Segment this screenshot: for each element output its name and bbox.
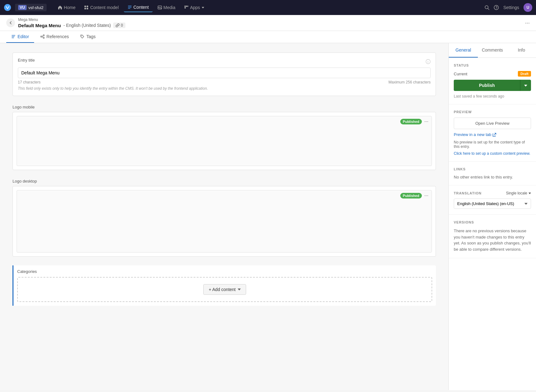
svg-rect-3 — [84, 8, 86, 9]
logo-mobile-field: Published ··· — [13, 112, 436, 170]
translation-section-title: TRANSLATION — [454, 191, 482, 195]
logo-mobile-more-button[interactable]: ··· — [424, 119, 428, 124]
logo-desktop-asset[interactable]: Published ··· — [17, 190, 432, 253]
publish-button-group: Publish — [454, 80, 531, 91]
main-nav-links: Home Content model Content Media Apps — [54, 3, 482, 12]
tab-editor[interactable]: Editor — [6, 31, 34, 43]
breadcrumb-area: Mega Menu Default Mega Menu - English (U… — [6, 18, 125, 28]
nav-home[interactable]: Home — [54, 3, 79, 12]
publish-button[interactable]: Publish — [454, 80, 520, 91]
search-icon[interactable] — [484, 5, 489, 10]
categories-section: Categories + Add content — [13, 265, 436, 306]
logo-mobile-label: Logo mobile — [13, 105, 436, 109]
links-section: LINKS No other entries link to this entr… — [449, 162, 536, 185]
editor-tab-icon — [11, 34, 16, 39]
nav-apps[interactable]: Apps — [180, 3, 208, 12]
entry-title-input[interactable] — [18, 68, 431, 78]
svg-point-14 — [41, 36, 42, 37]
max-chars: Maximum 256 characters — [388, 80, 431, 84]
tab-references[interactable]: References — [35, 31, 74, 43]
entry-more-button[interactable]: ··· — [525, 20, 530, 26]
right-sidebar: General Comments Info STATUS Current Dra… — [448, 43, 536, 390]
locale-select[interactable]: English (United States) (en-US) — [454, 199, 531, 209]
entry-title-heading: Default Mega Menu - English (United Stat… — [18, 23, 111, 28]
svg-rect-1 — [84, 6, 86, 7]
sidebar-tab-comments[interactable]: Comments — [478, 43, 507, 58]
nav-content-model[interactable]: Content model — [80, 3, 122, 12]
status-section-title: STATUS — [454, 63, 531, 67]
entry-title-section: Entry title i 17 characters Maximum 256 … — [13, 53, 436, 96]
logo-desktop-section: Logo desktop Published ··· — [13, 179, 436, 257]
svg-rect-4 — [87, 8, 88, 9]
preview-section-title: PREVIEW — [454, 110, 531, 114]
svg-line-18 — [42, 37, 43, 38]
svg-rect-8 — [188, 6, 188, 7]
link-count-badge: 0 — [113, 23, 125, 28]
entry-header-bar: Mega Menu Default Mega Menu - English (U… — [0, 15, 536, 31]
user-avatar[interactable]: U — [523, 3, 532, 12]
top-navigation: VU vsf-sfui2 Home Content model Content … — [0, 0, 536, 15]
svg-text:i: i — [428, 60, 428, 63]
nav-content[interactable]: Content — [124, 3, 153, 12]
links-section-title: LINKS — [454, 167, 531, 171]
preview-section: PREVIEW Open Live Preview Preview in a n… — [449, 104, 536, 162]
svg-rect-9 — [185, 7, 186, 8]
translation-header-row: TRANSLATION Single locale — [454, 191, 531, 195]
home-icon — [58, 5, 62, 10]
versions-section-title: VERSIONS — [454, 220, 531, 224]
logo-mobile-published-badge: Published — [400, 119, 422, 124]
nav-media[interactable]: Media — [154, 3, 179, 12]
status-badge: Draft — [518, 71, 531, 77]
single-locale-chevron-icon — [528, 193, 531, 194]
editor-tabs-bar: Editor References Tags — [0, 31, 536, 43]
no-links-text: No other entries link to this entry. — [454, 175, 531, 179]
versions-section: VERSIONS There are no previous versions … — [449, 215, 536, 258]
workspace-name: vsf-sfui2 — [28, 5, 43, 10]
add-content-button[interactable]: + Add content — [203, 284, 246, 295]
entry-title-info-icon: i — [426, 59, 431, 64]
status-row: Current Draft — [454, 71, 531, 77]
back-arrow-icon — [9, 21, 12, 24]
settings-link[interactable]: Settings — [503, 5, 519, 10]
svg-rect-6 — [185, 6, 186, 7]
add-content-area: + Add content — [17, 277, 432, 302]
sidebar-tab-info[interactable]: Info — [507, 43, 536, 58]
svg-point-0 — [4, 4, 11, 11]
sidebar-tab-general[interactable]: General — [449, 43, 478, 58]
back-button[interactable] — [6, 18, 15, 27]
svg-line-17 — [42, 36, 43, 37]
main-layout: Entry title i 17 characters Maximum 256 … — [0, 43, 536, 390]
breadcrumb: Mega Menu Default Mega Menu - English (U… — [18, 18, 125, 28]
custom-preview-link[interactable]: Click here to set up a custom content pr… — [454, 151, 531, 156]
help-icon[interactable]: ? — [494, 5, 499, 10]
tags-tab-icon — [80, 34, 84, 39]
svg-point-16 — [43, 37, 44, 38]
editor-area: Entry title i 17 characters Maximum 256 … — [0, 43, 448, 390]
breadcrumb-locale: - English (United States) — [63, 23, 111, 28]
open-live-preview-button[interactable]: Open Live Preview — [454, 118, 531, 129]
media-icon — [158, 5, 162, 10]
preview-new-tab-link[interactable]: Preview in a new tab — [454, 132, 531, 137]
logo-desktop-more-button[interactable]: ··· — [424, 193, 428, 199]
svg-line-11 — [488, 8, 489, 10]
breadcrumb-parent: Mega Menu — [18, 18, 125, 22]
sidebar-tabs: General Comments Info — [449, 43, 536, 58]
current-label: Current — [454, 72, 467, 76]
apps-icon — [184, 5, 189, 10]
single-locale-toggle[interactable]: Single locale — [506, 191, 531, 195]
workspace-selector[interactable]: VU vsf-sfui2 — [15, 4, 47, 11]
char-count: 17 characters — [18, 80, 41, 84]
workspace-initials: VU — [18, 5, 27, 10]
entry-title-hint: This field only exists only to help you … — [18, 86, 431, 91]
app-logo-icon — [4, 4, 11, 11]
nav-right-controls: ? Settings U — [484, 3, 532, 12]
add-content-label: + Add content — [209, 287, 235, 292]
content-icon — [128, 5, 132, 9]
apps-dropdown-icon — [202, 7, 204, 8]
tab-tags[interactable]: Tags — [75, 31, 101, 43]
publish-dropdown-button[interactable] — [520, 80, 531, 91]
logo-mobile-asset[interactable]: Published ··· — [17, 116, 432, 166]
preview-note: No preview is set up for the content typ… — [454, 140, 531, 149]
svg-point-19 — [81, 36, 82, 36]
versions-text: There are no previous versions because y… — [454, 228, 531, 252]
